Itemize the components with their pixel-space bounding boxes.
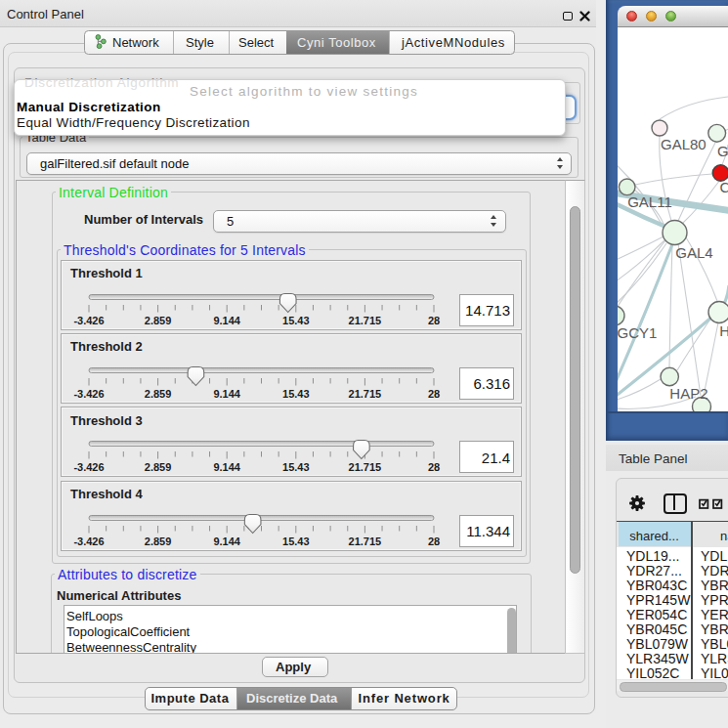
- svg-text:15.43: 15.43: [282, 535, 310, 547]
- svg-text:15.43: 15.43: [282, 461, 310, 473]
- svg-text:-3.426: -3.426: [73, 535, 104, 547]
- svg-text:GAL80: GAL80: [661, 136, 707, 152]
- svg-text:9.144: 9.144: [213, 388, 240, 400]
- svg-text:9.144: 9.144: [213, 461, 240, 473]
- svg-text:GCY1: GCY1: [618, 324, 657, 341]
- svg-text:9.144: 9.144: [213, 535, 240, 547]
- svg-text:21.715: 21.715: [349, 388, 382, 400]
- svg-text:-3.426: -3.426: [73, 461, 104, 473]
- svg-text:9.144: 9.144: [213, 315, 240, 326]
- svg-text:-3.426: -3.426: [73, 388, 104, 400]
- svg-text:GAL11: GAL11: [627, 193, 672, 210]
- svg-text:21.715: 21.715: [349, 535, 382, 547]
- svg-text:28: 28: [428, 535, 440, 547]
- svg-text:15.43: 15.43: [282, 315, 310, 326]
- svg-text:2.859: 2.859: [145, 461, 172, 473]
- svg-text:2.859: 2.859: [145, 535, 172, 547]
- svg-text:2.859: 2.859: [145, 388, 172, 400]
- svg-text:2.859: 2.859: [145, 315, 172, 326]
- svg-text:21.715: 21.715: [349, 315, 382, 326]
- svg-text:CR: CR: [720, 179, 728, 195]
- svg-text:28: 28: [428, 315, 440, 326]
- svg-text:15.43: 15.43: [282, 388, 310, 400]
- svg-text:28: 28: [428, 461, 440, 473]
- svg-text:-3.426: -3.426: [73, 315, 104, 326]
- svg-text:21.715: 21.715: [349, 461, 382, 473]
- svg-text:GAL: GAL: [717, 143, 728, 159]
- svg-text:HAP2: HAP2: [669, 385, 707, 402]
- svg-text:28: 28: [428, 388, 440, 400]
- svg-text:GAL4: GAL4: [675, 244, 712, 261]
- svg-text:HIS: HIS: [719, 322, 728, 339]
